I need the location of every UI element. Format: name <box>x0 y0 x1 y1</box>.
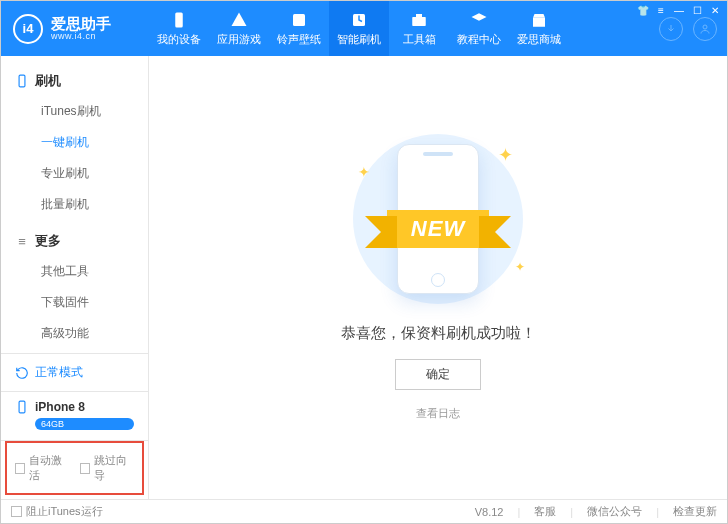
nav-label: 应用游戏 <box>217 32 261 47</box>
nav-label: 工具箱 <box>403 32 436 47</box>
support-link[interactable]: 客服 <box>534 504 556 519</box>
header: 👕 ≡ — ☐ ✕ i4 爱思助手 www.i4.cn 我的设备 应用游戏 <box>1 1 727 56</box>
ringtone-icon <box>290 11 308 29</box>
svg-rect-4 <box>416 14 422 17</box>
device-icon <box>170 11 188 29</box>
sparkle-icon: ✦ <box>498 144 513 166</box>
device-name: iPhone 8 <box>35 400 85 414</box>
apps-icon <box>230 11 248 29</box>
device-panel[interactable]: iPhone 8 64GB <box>1 392 148 441</box>
device-mode-status[interactable]: 正常模式 <box>1 354 148 392</box>
top-nav: 我的设备 应用游戏 铃声壁纸 智能刷机 工具箱 教程中心 <box>149 1 659 56</box>
nav-label: 智能刷机 <box>337 32 381 47</box>
svg-rect-7 <box>19 75 25 87</box>
store-icon <box>530 11 548 29</box>
toolbox-icon <box>410 11 428 29</box>
block-itunes-checkbox[interactable]: 阻止iTunes运行 <box>11 504 103 519</box>
ok-button[interactable]: 确定 <box>395 359 481 390</box>
sidebar-item-advanced[interactable]: 高级功能 <box>1 318 148 349</box>
window-menu-icon[interactable]: ≡ <box>654 3 668 17</box>
phone-icon <box>15 400 29 414</box>
version-label: V8.12 <box>475 506 504 518</box>
logo-badge: i4 <box>13 14 43 44</box>
nav-store[interactable]: 爱思商城 <box>509 1 569 56</box>
sidebar-group-flash[interactable]: 刷机 <box>1 66 148 96</box>
new-ribbon: NEW <box>387 210 489 248</box>
check-update-link[interactable]: 检查更新 <box>673 504 717 519</box>
checkbox-icon <box>15 463 25 474</box>
sidebar: 刷机 iTunes刷机 一键刷机 专业刷机 批量刷机 ≡ 更多 其他工具 下载固… <box>1 56 149 499</box>
svg-rect-8 <box>19 401 25 413</box>
highlighted-options: 自动激活 跳过向导 <box>5 441 144 495</box>
nav-flash[interactable]: 智能刷机 <box>329 1 389 56</box>
flash-icon <box>350 11 368 29</box>
window-minimize-icon[interactable]: — <box>672 3 686 17</box>
logo-subtitle: www.i4.cn <box>51 31 111 41</box>
status-text: 正常模式 <box>35 364 83 381</box>
sparkle-icon: ✦ <box>515 260 525 274</box>
nav-label: 铃声壁纸 <box>277 32 321 47</box>
nav-device[interactable]: 我的设备 <box>149 1 209 56</box>
sidebar-item-batch-flash[interactable]: 批量刷机 <box>1 189 148 220</box>
sidebar-group-more[interactable]: ≡ 更多 <box>1 226 148 256</box>
group-title: 刷机 <box>35 72 61 90</box>
nav-tutorial[interactable]: 教程中心 <box>449 1 509 56</box>
checkbox-icon <box>11 506 22 517</box>
checkbox-label: 阻止iTunes运行 <box>26 504 103 519</box>
user-button[interactable] <box>693 17 717 41</box>
auto-activate-checkbox[interactable]: 自动激活 <box>15 453 70 483</box>
download-button[interactable] <box>659 17 683 41</box>
phone-icon <box>15 74 29 88</box>
sidebar-item-itunes-flash[interactable]: iTunes刷机 <box>1 96 148 127</box>
group-title: 更多 <box>35 232 61 250</box>
window-controls: 👕 ≡ — ☐ ✕ <box>636 3 722 17</box>
storage-badge: 64GB <box>35 418 134 430</box>
checkbox-label: 跳过向导 <box>94 453 134 483</box>
sidebar-item-download-fw[interactable]: 下载固件 <box>1 287 148 318</box>
status-bar: 阻止iTunes运行 V8.12 | 客服 | 微信公众号 | 检查更新 <box>1 499 727 523</box>
refresh-icon <box>15 366 29 380</box>
svg-rect-0 <box>175 12 183 27</box>
menu-icon: ≡ <box>15 234 29 248</box>
window-maximize-icon[interactable]: ☐ <box>690 3 704 17</box>
svg-rect-5 <box>533 17 545 26</box>
main-content: ✦ ✦ ✦ NEW 恭喜您，保资料刷机成功啦！ 确定 查看日志 <box>149 56 727 499</box>
checkbox-label: 自动激活 <box>29 453 69 483</box>
sidebar-item-oneclick-flash[interactable]: 一键刷机 <box>1 127 148 158</box>
view-log-link[interactable]: 查看日志 <box>416 406 460 421</box>
sparkle-icon: ✦ <box>358 164 370 180</box>
sidebar-item-pro-flash[interactable]: 专业刷机 <box>1 158 148 189</box>
checkbox-icon <box>80 463 90 474</box>
window-close-icon[interactable]: ✕ <box>708 3 722 17</box>
svg-rect-1 <box>293 14 305 26</box>
nav-label: 我的设备 <box>157 32 201 47</box>
nav-ringtone[interactable]: 铃声壁纸 <box>269 1 329 56</box>
skip-guide-checkbox[interactable]: 跳过向导 <box>80 453 135 483</box>
success-message: 恭喜您，保资料刷机成功啦！ <box>341 324 536 343</box>
logo: i4 爱思助手 www.i4.cn <box>1 14 149 44</box>
tutorial-icon <box>470 11 488 29</box>
logo-title: 爱思助手 <box>51 16 111 31</box>
svg-rect-3 <box>412 17 426 26</box>
nav-apps[interactable]: 应用游戏 <box>209 1 269 56</box>
sidebar-item-other-tools[interactable]: 其他工具 <box>1 256 148 287</box>
svg-point-6 <box>703 25 707 29</box>
success-illustration: ✦ ✦ ✦ NEW <box>333 134 543 304</box>
nav-toolbox[interactable]: 工具箱 <box>389 1 449 56</box>
nav-label: 教程中心 <box>457 32 501 47</box>
window-shirt-icon[interactable]: 👕 <box>636 3 650 17</box>
nav-label: 爱思商城 <box>517 32 561 47</box>
wechat-link[interactable]: 微信公众号 <box>587 504 642 519</box>
